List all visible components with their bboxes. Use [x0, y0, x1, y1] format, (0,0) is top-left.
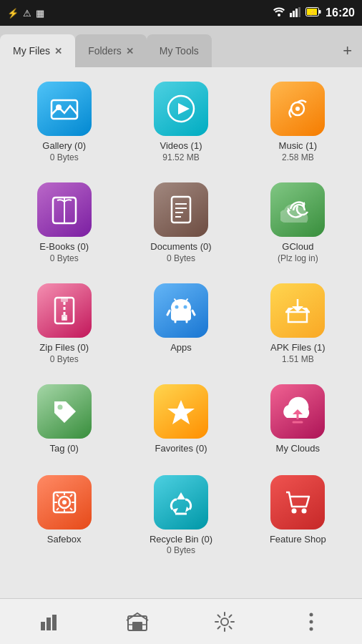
- svg-point-0: [278, 14, 280, 16]
- gcloud-icon-box: [270, 182, 325, 237]
- ebooks-sublabel: 0 Bytes: [50, 253, 79, 263]
- videos-sublabel: 91.52 MB: [162, 152, 199, 162]
- gcloud-sublabel: (Plz log in): [278, 253, 318, 263]
- svg-rect-15: [172, 197, 190, 223]
- apkfiles-icon-box: [270, 283, 325, 338]
- svg-rect-7: [319, 10, 321, 14]
- svg-point-29: [183, 305, 187, 308]
- ebooks-label: E-Books (0): [39, 241, 89, 253]
- tag-icon-box: [37, 384, 92, 439]
- documents-sublabel: 0 Bytes: [167, 253, 195, 263]
- documents-icon-box: [154, 182, 208, 237]
- bottom-home-button[interactable]: [119, 604, 155, 640]
- tab-folders-label: Folders: [88, 45, 122, 57]
- svg-rect-57: [47, 618, 51, 630]
- gallery-icon-box: [37, 82, 92, 136]
- svg-rect-23: [61, 298, 68, 302]
- svg-point-64: [310, 613, 313, 616]
- tab-folders[interactable]: Folders ✕: [75, 34, 147, 67]
- favorites-label: Favorites (0): [155, 443, 207, 455]
- tab-my-files-label: My Files: [13, 45, 50, 57]
- svg-point-65: [310, 620, 313, 623]
- ebooks-icon-box: [37, 182, 92, 237]
- svg-line-31: [192, 311, 195, 315]
- warning-icon: ⚠: [23, 8, 31, 19]
- signal-icon: [290, 7, 301, 19]
- grid-item-gallery[interactable]: Gallery (0) 0 Bytes: [6, 74, 122, 170]
- status-left-icons: ⚡ ⚠ ▦: [7, 8, 44, 19]
- svg-line-52: [70, 494, 72, 497]
- grid-item-favorites[interactable]: Favorites (0): [122, 377, 239, 462]
- grid-item-documents[interactable]: Documents (0) 0 Bytes: [122, 175, 239, 270]
- svg-point-28: [175, 305, 178, 308]
- tab-my-files-close[interactable]: ✕: [54, 46, 62, 57]
- grid-item-tag[interactable]: Tag (0): [6, 377, 122, 462]
- sim-icon: ▦: [36, 8, 44, 19]
- music-sublabel: 2.58 MB: [282, 152, 314, 162]
- gallery-label: Gallery (0): [42, 140, 86, 152]
- apkfiles-sublabel: 1.51 MB: [282, 354, 314, 364]
- grid-item-myclouds[interactable]: My Clouds: [240, 377, 356, 462]
- svg-point-55: [302, 508, 307, 513]
- grid-item-gcloud[interactable]: GCloud (Plz log in): [240, 175, 356, 270]
- svg-rect-3: [295, 9, 298, 17]
- documents-label: Documents (0): [150, 241, 211, 253]
- apkfiles-label: APK Files (1): [270, 342, 326, 354]
- tag-label: Tag (0): [49, 443, 78, 455]
- grid-item-featureshop[interactable]: Feature Shop: [240, 468, 356, 563]
- tab-my-tools-label: My Tools: [160, 45, 199, 57]
- bottom-stats-button[interactable]: [33, 604, 69, 640]
- music-label: Music (1): [279, 140, 317, 152]
- svg-rect-60: [132, 622, 142, 630]
- clock: 16:20: [326, 6, 355, 19]
- bottom-settings-button[interactable]: [207, 604, 243, 640]
- zipfiles-icon-box: [37, 283, 92, 338]
- gcloud-label: GCloud: [282, 241, 313, 253]
- grid-item-videos[interactable]: Videos (1) 91.52 MB: [122, 74, 239, 170]
- status-bar: ⚡ ⚠ ▦ ⚡ 16:2: [0, 0, 362, 26]
- usb-icon: ⚡: [7, 8, 19, 19]
- svg-rect-4: [298, 7, 300, 17]
- grid-item-ebooks[interactable]: E-Books (0) 0 Bytes: [6, 175, 122, 270]
- favorites-icon-box: [154, 384, 208, 439]
- featureshop-label: Feature Shop: [270, 534, 326, 546]
- svg-text:⚡: ⚡: [309, 9, 316, 16]
- apps-icon-box: [154, 283, 208, 338]
- svg-line-50: [57, 494, 59, 497]
- svg-rect-58: [52, 615, 57, 630]
- videos-icon-box: [154, 82, 208, 136]
- grid-item-recyclebin[interactable]: Recycle Bin (0) 0 Bytes: [122, 468, 239, 563]
- grid-item-safebox[interactable]: Safebox: [6, 468, 122, 563]
- svg-rect-2: [293, 11, 295, 17]
- status-right-icons: ⚡ 16:20: [273, 6, 355, 19]
- zipfiles-sublabel: 0 Bytes: [50, 354, 79, 364]
- svg-point-54: [292, 508, 297, 513]
- svg-point-14: [295, 107, 300, 111]
- recyclebin-label: Recycle Bin (0): [150, 534, 212, 546]
- tab-folders-close[interactable]: ✕: [126, 46, 134, 57]
- videos-label: Videos (1): [160, 140, 202, 152]
- svg-marker-12: [178, 103, 190, 114]
- svg-rect-27: [171, 309, 191, 321]
- featureshop-icon-box: [270, 475, 325, 530]
- grid-item-zipfiles[interactable]: Zip Files (0) 0 Bytes: [6, 276, 122, 371]
- grid-item-music[interactable]: Music (1) 2.58 MB: [240, 74, 356, 170]
- grid-item-apps[interactable]: Apps: [122, 276, 239, 371]
- wifi-icon: [273, 7, 285, 19]
- bottom-bar: [0, 598, 362, 644]
- battery-icon: ⚡: [305, 7, 321, 19]
- grid-item-apkfiles[interactable]: APK Files (1) 1.51 MB: [240, 276, 356, 371]
- recyclebin-icon-box: [154, 475, 208, 530]
- apps-label: Apps: [170, 342, 192, 354]
- zipfiles-label: Zip Files (0): [39, 342, 89, 354]
- tab-bar: My Files ✕ Folders ✕ My Tools +: [0, 26, 362, 67]
- tab-my-tools[interactable]: My Tools: [147, 34, 212, 67]
- music-icon-box: [270, 82, 325, 136]
- svg-point-38: [57, 404, 62, 409]
- bottom-more-button[interactable]: [293, 604, 329, 640]
- myclouds-label: My Clouds: [276, 443, 320, 455]
- svg-line-53: [57, 508, 59, 510]
- tab-my-files[interactable]: My Files ✕: [0, 34, 75, 67]
- tab-add-button[interactable]: +: [333, 34, 362, 67]
- safebox-icon-box: [37, 475, 92, 530]
